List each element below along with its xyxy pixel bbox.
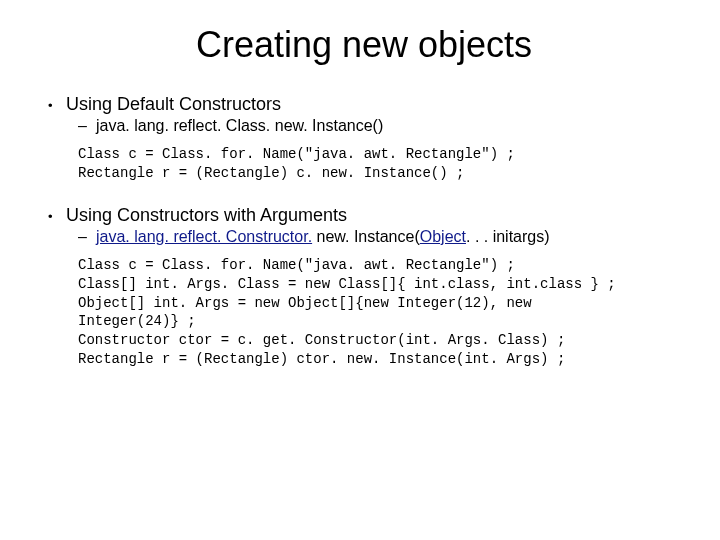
slide: Creating new objects • Using Default Con… bbox=[0, 0, 720, 540]
sub-bullet-text: java. lang. reflect. Class. new. Instanc… bbox=[96, 117, 383, 135]
section-default-constructors: • Using Default Constructors – java. lan… bbox=[48, 94, 680, 183]
text-after: . . . initargs) bbox=[466, 228, 550, 245]
bullet-dash-icon: – bbox=[78, 228, 96, 246]
section-constructors-with-args: • Using Constructors with Arguments – ja… bbox=[48, 205, 680, 369]
link-object[interactable]: Object bbox=[420, 228, 466, 245]
bullet-dot-icon: • bbox=[48, 208, 66, 226]
slide-title: Creating new objects bbox=[48, 24, 680, 66]
text-between: new. Instance( bbox=[312, 228, 420, 245]
bullet-dash-icon: – bbox=[78, 117, 96, 135]
code-block: Class c = Class. for. Name("java. awt. R… bbox=[78, 256, 680, 369]
bullet-dot-icon: • bbox=[48, 97, 66, 115]
sub-bullet-text: java. lang. reflect. Constructor. new. I… bbox=[96, 228, 550, 246]
code-block: Class c = Class. for. Name("java. awt. R… bbox=[78, 145, 680, 183]
link-constructor[interactable]: java. lang. reflect. Constructor. bbox=[96, 228, 312, 245]
bullet-level-1: • Using Constructors with Arguments bbox=[48, 205, 680, 226]
bullet-level-2: – java. lang. reflect. Constructor. new.… bbox=[78, 228, 680, 246]
bullet-level-2: – java. lang. reflect. Class. new. Insta… bbox=[78, 117, 680, 135]
bullet-text: Using Constructors with Arguments bbox=[66, 205, 347, 226]
bullet-text: Using Default Constructors bbox=[66, 94, 281, 115]
bullet-level-1: • Using Default Constructors bbox=[48, 94, 680, 115]
